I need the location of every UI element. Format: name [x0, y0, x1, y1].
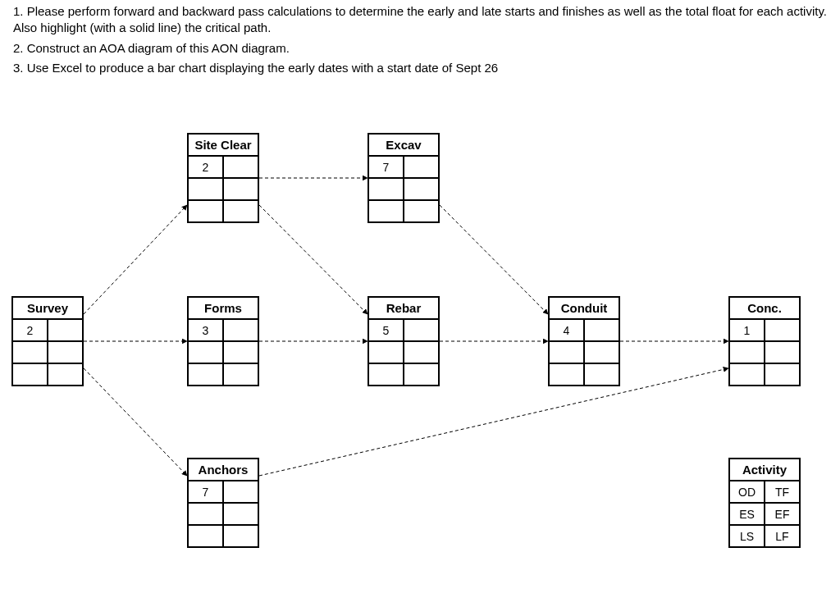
- legend-ls: LS: [729, 525, 765, 547]
- cell-ls: [729, 363, 765, 386]
- aon-diagram: Survey2 Site Clear2 Forms3 Anchors7 Exca…: [0, 107, 840, 615]
- activity-name: Site Clear: [188, 134, 258, 156]
- node-rebar: Rebar5: [368, 296, 440, 386]
- activity-name: Survey: [12, 297, 83, 319]
- instructions-block: 1. Please perform forward and backward p…: [13, 0, 827, 80]
- cell-od: 7: [368, 156, 404, 178]
- edge-survey-siteclear: [84, 205, 187, 314]
- cell-es: [368, 341, 404, 363]
- cell-lf: [404, 363, 439, 386]
- cell-od: 5: [368, 319, 404, 341]
- node-survey: Survey2: [11, 296, 84, 386]
- cell-ls: [188, 525, 223, 547]
- activity-name: Rebar: [368, 297, 439, 319]
- cell-od: 4: [549, 319, 584, 341]
- cell-lf: [765, 363, 800, 386]
- cell-es: [549, 341, 584, 363]
- edge-anchors-conc: [259, 368, 728, 476]
- cell-lf: [223, 200, 258, 222]
- node-anchors: Anchors7: [187, 458, 259, 548]
- cell-od: 1: [729, 319, 765, 341]
- cell-ef: [223, 178, 258, 200]
- cell-es: [729, 341, 765, 363]
- cell-od: 2: [188, 156, 223, 178]
- cell-ls: [549, 363, 584, 386]
- legend-lf: LF: [765, 525, 800, 547]
- activity-name: Anchors: [188, 459, 258, 481]
- cell-od: 3: [188, 319, 223, 341]
- legend-es: ES: [729, 503, 765, 525]
- cell-ef: [223, 503, 258, 525]
- cell-ls: [368, 363, 404, 386]
- node-forms: Forms3: [187, 296, 259, 386]
- cell-tf: [584, 319, 619, 341]
- node-conduit: Conduit4: [548, 296, 620, 386]
- activity-name: Forms: [188, 297, 258, 319]
- cell-tf: [223, 319, 258, 341]
- cell-es: [188, 503, 223, 525]
- cell-lf: [223, 525, 258, 547]
- cell-es: [12, 341, 48, 363]
- cell-ef: [223, 341, 258, 363]
- cell-ef: [48, 341, 83, 363]
- cell-tf: [223, 156, 258, 178]
- edge-excav-conduit: [440, 205, 548, 314]
- cell-tf: [765, 319, 800, 341]
- page: Homework 1 1. Please perform forward and…: [0, 0, 840, 616]
- cell-lf: [404, 200, 439, 222]
- legend-title: Activity: [729, 459, 800, 481]
- node-conc: Conc.1: [728, 296, 801, 386]
- cell-es: [188, 178, 223, 200]
- cell-es: [368, 178, 404, 200]
- cell-ls: [188, 363, 223, 386]
- edge-siteclear-rebar: [259, 205, 368, 314]
- cell-od: 2: [12, 319, 48, 341]
- node-excav: Excav7: [368, 133, 440, 223]
- node-site-clear: Site Clear2: [187, 133, 259, 223]
- activity-name: Excav: [368, 134, 439, 156]
- question-1: 1. Please perform forward and backward p…: [13, 3, 827, 37]
- cell-lf: [584, 363, 619, 386]
- cell-lf: [223, 363, 258, 386]
- cell-ef: [404, 341, 439, 363]
- activity-name: Conduit: [549, 297, 619, 319]
- cell-tf: [404, 319, 439, 341]
- legend-box: Activity OD TF ES EF LS LF: [728, 458, 801, 548]
- cell-ls: [368, 200, 404, 222]
- activity-name: Conc.: [729, 297, 800, 319]
- cell-tf: [48, 319, 83, 341]
- question-3: 3. Use Excel to produce a bar chart disp…: [13, 60, 827, 76]
- question-2: 2. Construct an AOA diagram of this AON …: [13, 40, 827, 57]
- cell-lf: [48, 363, 83, 386]
- cell-ef: [765, 341, 800, 363]
- cell-ls: [12, 363, 48, 386]
- cell-es: [188, 341, 223, 363]
- cell-tf: [404, 156, 439, 178]
- cell-od: 7: [188, 481, 223, 503]
- legend-od: OD: [729, 481, 765, 503]
- legend-tf: TF: [765, 481, 800, 503]
- cell-tf: [223, 481, 258, 503]
- cell-ef: [404, 178, 439, 200]
- cell-ef: [584, 341, 619, 363]
- edge-survey-anchors: [84, 368, 187, 476]
- legend-ef: EF: [765, 503, 800, 525]
- cell-ls: [188, 200, 223, 222]
